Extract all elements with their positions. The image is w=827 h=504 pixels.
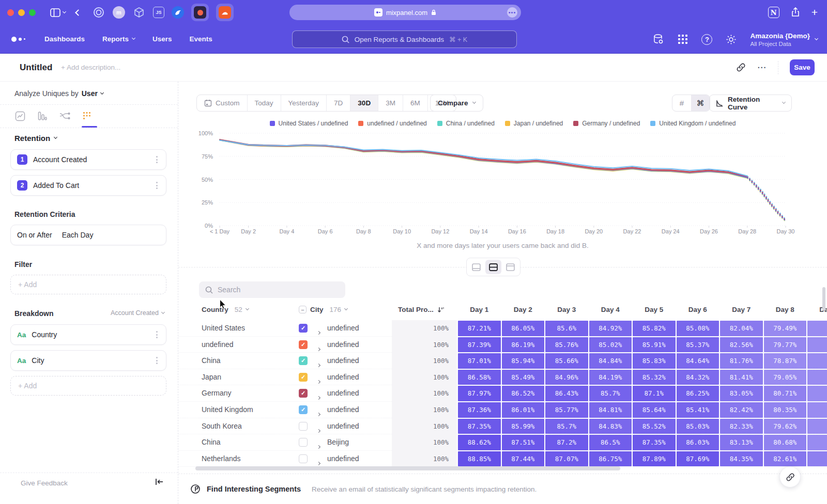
expand-row-icon[interactable] xyxy=(317,343,320,353)
breakdown-scope-selector[interactable]: Account Created xyxy=(111,309,164,317)
breakdown-property-label[interactable]: Country xyxy=(32,330,148,339)
share-link-floating-button[interactable] xyxy=(779,466,801,487)
extension-active-icon[interactable] xyxy=(191,4,209,21)
settings-gear-icon[interactable] xyxy=(726,34,737,45)
help-icon[interactable]: ? xyxy=(701,34,712,45)
expand-row-icon[interactable] xyxy=(317,408,320,418)
compare-button[interactable]: Compare xyxy=(430,94,483,112)
day-column-header[interactable]: Day 4 xyxy=(589,306,633,313)
series-checkbox-unchecked[interactable] xyxy=(299,422,308,431)
back-button[interactable] xyxy=(76,8,81,17)
range-button-7d[interactable]: 7D xyxy=(327,95,350,111)
range-button-30d[interactable]: 30D xyxy=(350,95,378,111)
zoom-window-button[interactable] xyxy=(29,9,36,16)
tab-funnels[interactable] xyxy=(37,108,48,124)
legend-item[interactable]: Germany / undefined xyxy=(573,120,640,127)
step-options-kebab-icon[interactable] xyxy=(154,154,160,165)
extension-soundcloud-icon[interactable]: ☁ xyxy=(216,4,234,21)
notion-extension-icon[interactable]: N xyxy=(768,7,779,18)
day-column-header[interactable]: Day 2 xyxy=(501,306,545,313)
tab-retention[interactable] xyxy=(81,108,93,124)
extension-bird-icon[interactable] xyxy=(172,6,184,19)
extension-js-icon[interactable]: JS xyxy=(153,7,164,18)
nav-reports[interactable]: Reports xyxy=(102,35,135,43)
more-options-icon[interactable]: ⋯ xyxy=(757,62,767,73)
series-checkbox-checked[interactable]: ✓ xyxy=(299,373,308,382)
table-row[interactable]: United States✓undefined100%87.21%86.05%8… xyxy=(178,320,827,337)
table-row[interactable]: undefined✓undefined100%87.39%86.19%85.76… xyxy=(178,337,827,353)
save-button[interactable]: Save xyxy=(790,59,815,75)
expand-row-icon[interactable] xyxy=(317,359,320,369)
apps-grid-icon[interactable] xyxy=(678,34,688,44)
data-management-icon[interactable] xyxy=(653,34,664,45)
table-row[interactable]: ChinaBeijing100%88.62%87.51%87.2%86.5%87… xyxy=(178,434,827,451)
global-search-input[interactable]: Open Reports & Dashboards ⌘ + K xyxy=(292,30,517,48)
range-button-custom[interactable]: Custom xyxy=(197,95,248,111)
city-column-header[interactable]: – City176 xyxy=(299,306,347,313)
expand-row-icon[interactable] xyxy=(317,425,320,434)
table-row[interactable]: Germany✓undefined100%87.97%86.52%86.43%8… xyxy=(178,385,827,402)
split-view-button[interactable] xyxy=(485,260,501,274)
extension-m-icon[interactable]: m xyxy=(113,6,125,19)
table-search-input[interactable]: Search xyxy=(199,281,345,298)
day-column-header[interactable]: Day 8 xyxy=(763,306,807,313)
nav-users[interactable]: Users xyxy=(152,35,172,43)
series-checkbox-checked[interactable]: ✓ xyxy=(299,340,308,349)
horizontal-scrollbar[interactable] xyxy=(195,466,620,470)
chart-type-selector[interactable]: Retention Curve xyxy=(709,94,792,112)
retention-section-header[interactable]: Retention xyxy=(14,134,57,143)
expand-row-icon[interactable] xyxy=(317,458,320,467)
copy-link-icon[interactable] xyxy=(736,62,746,72)
range-button-yesterday[interactable]: Yesterday xyxy=(281,95,327,111)
legend-item[interactable]: undefined / undefined xyxy=(358,120,426,127)
step-event-label[interactable]: Account Created xyxy=(33,155,148,164)
breakdown-property-card[interactable]: AaCity xyxy=(10,350,166,371)
expand-row-icon[interactable] xyxy=(317,441,320,450)
step-options-kebab-icon[interactable] xyxy=(154,180,160,191)
extension-cube-icon[interactable] xyxy=(132,6,146,19)
sidebar-toggle-icon[interactable] xyxy=(50,8,66,17)
expand-row-icon[interactable] xyxy=(317,327,320,336)
new-tab-icon[interactable]: + xyxy=(811,6,818,19)
tab-insights[interactable] xyxy=(14,108,26,124)
series-checkbox-unchecked[interactable] xyxy=(299,438,308,447)
series-checkbox-checked[interactable]: ✓ xyxy=(299,324,308,333)
table-row[interactable]: Japan✓undefined100%86.58%85.49%84.96%84.… xyxy=(178,369,827,386)
page-actions-icon[interactable]: ••• xyxy=(507,7,517,18)
segments-title[interactable]: Find Interesting Segments xyxy=(207,485,301,493)
select-all-checkbox[interactable]: – xyxy=(299,306,307,313)
day-column-header[interactable]: Day 1 xyxy=(457,306,501,313)
breakdown-options-kebab-icon[interactable] xyxy=(154,329,160,340)
percent-format-button[interactable]: ⌘ xyxy=(691,95,710,111)
add-breakdown-button[interactable]: + Add xyxy=(10,376,166,396)
retention-criteria-card[interactable]: On or After Each Day xyxy=(10,225,166,245)
share-icon[interactable] xyxy=(791,7,800,18)
collapse-sidebar-icon[interactable] xyxy=(155,478,163,485)
nav-dashboards[interactable]: Dashboards xyxy=(44,35,85,43)
address-bar[interactable]: mixpanel.com ••• xyxy=(289,5,521,20)
series-checkbox-checked[interactable]: ✓ xyxy=(299,356,308,365)
mixpanel-logo[interactable] xyxy=(11,37,29,42)
legend-item[interactable]: China / undefined xyxy=(437,120,495,127)
legend-item[interactable]: United States / undefined xyxy=(270,120,348,127)
table-row[interactable]: United Kingdom✓undefined100%87.36%86.01%… xyxy=(178,402,827,418)
report-title[interactable]: Untitled xyxy=(20,62,52,73)
day-column-header[interactable]: Day 6 xyxy=(676,306,720,313)
extension-target-icon[interactable] xyxy=(92,6,105,19)
range-button-6m[interactable]: 6M xyxy=(403,95,428,111)
retention-step-card[interactable]: 2Added To Cart xyxy=(10,175,166,196)
table-row[interactable]: China✓undefined100%87.01%85.94%85.66%84.… xyxy=(178,353,827,369)
give-feedback-link[interactable]: Give Feedback xyxy=(21,479,68,487)
nav-events[interactable]: Events xyxy=(190,35,212,43)
tab-flows[interactable] xyxy=(59,108,70,124)
step-event-label[interactable]: Added To Cart xyxy=(33,181,148,190)
legend-item[interactable]: Japan / undefined xyxy=(505,120,563,127)
day-column-header[interactable]: Day 3 xyxy=(545,306,589,313)
close-window-button[interactable] xyxy=(7,9,14,16)
day-column-header[interactable]: Day 7 xyxy=(719,306,763,313)
analyze-entity-selector[interactable]: User xyxy=(82,89,98,98)
legend-item[interactable]: United Kingdom / undefined xyxy=(650,120,736,127)
table-row[interactable]: Netherlandsundefined100%88.85%87.44%87.0… xyxy=(178,451,827,467)
range-button-today[interactable]: Today xyxy=(248,95,281,111)
breakdown-property-label[interactable]: City xyxy=(32,356,148,365)
